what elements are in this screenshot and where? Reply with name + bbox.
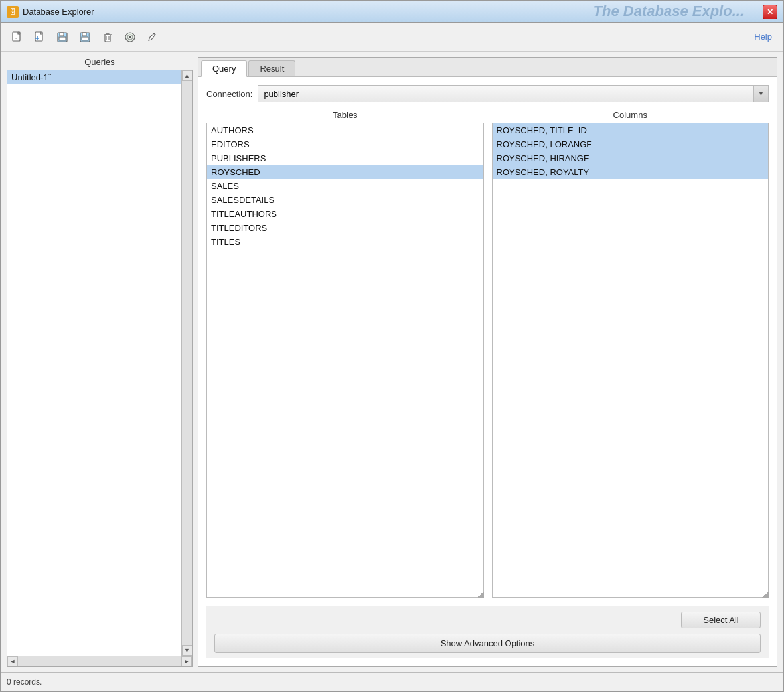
tables-columns-row: Tables AUTHORS EDITORS PUBLISHERS ROYSCH… [206,110,769,598]
delete-button[interactable] [97,27,118,48]
tables-header: Tables [206,110,484,120]
connection-value[interactable]: publisher [258,85,754,102]
show-advanced-options-button[interactable]: Show Advanced Options [214,634,761,653]
query-content: Connection: publisher ▼ Tables AUTHORS [198,77,777,666]
title-bar: 🗄 Database Explorer The Database Explo..… [1,1,783,23]
help-link[interactable]: Help [754,32,777,42]
scroll-track [182,81,192,645]
run-button[interactable] [119,27,141,48]
queries-panel: Queries Untitled-1˜ ▲ ▼ ◄ [7,57,193,667]
select-all-button[interactable]: Select All [681,612,761,628]
scroll-up-arrow[interactable]: ▲ [182,70,193,81]
window-title: Database Explorer [23,7,763,17]
main-content: Queries Untitled-1˜ ▲ ▼ ◄ [1,52,783,672]
table-item-titles[interactable]: TITLES [207,235,483,249]
connection-dropdown-arrow[interactable]: ▼ [754,85,769,102]
columns-resize-handle[interactable] [762,591,769,598]
connection-select-wrapper: publisher ▼ [258,85,769,102]
column-item-royalty[interactable]: ROYSCHED, ROYALTY [493,165,769,179]
right-panel: Query Result Connection: publisher ▼ [198,57,777,667]
tab-result[interactable]: Result [248,60,295,76]
table-item-publishers[interactable]: PUBLISHERS [207,151,483,165]
connection-label: Connection: [206,89,252,99]
table-item-roysched[interactable]: ROYSCHED [207,165,483,179]
table-item-sales[interactable]: SALES [207,179,483,193]
columns-column: Columns ROYSCHED, TITLE_ID ROYSCHED, LOR… [492,110,769,598]
scroll-down-arrow[interactable]: ▼ [182,645,193,656]
new-query-button[interactable]: * [7,27,28,48]
h-scroll-track [18,656,181,666]
query-item[interactable]: Untitled-1˜ [7,70,181,84]
tab-query[interactable]: Query [201,60,247,77]
svg-point-13 [129,36,131,38]
svg-rect-7 [82,33,86,36]
status-bar: 0 records. [1,672,783,691]
tables-resize-handle[interactable] [477,591,484,598]
svg-rect-10 [105,35,110,42]
column-item-hirange[interactable]: ROYSCHED, HIRANGE [493,151,769,165]
columns-list-wrapper: ROYSCHED, TITLE_ID ROYSCHED, LORANGE ROY… [492,123,769,598]
tables-column: Tables AUTHORS EDITORS PUBLISHERS ROYSCH… [206,110,484,598]
open-query-button[interactable] [29,27,50,48]
svg-text:+: + [87,33,90,37]
svg-rect-8 [82,37,88,40]
save-as-button[interactable]: + [74,27,96,48]
scroll-left-arrow[interactable]: ◄ [7,656,18,667]
column-item-lorange[interactable]: ROYSCHED, LORANGE [493,137,769,151]
select-all-row: Select All [214,612,761,628]
toolbar: * + [1,23,783,52]
status-text: 0 records. [7,677,42,687]
table-item-salesdetails[interactable]: SALESDETAILS [207,193,483,207]
svg-rect-4 [60,33,64,36]
columns-header: Columns [492,110,769,120]
main-window: 🗄 Database Explorer The Database Explo..… [0,0,784,692]
edit-button[interactable] [142,27,163,48]
connection-row: Connection: publisher ▼ [206,85,769,102]
queries-label: Queries [7,57,193,67]
table-item-editors[interactable]: EDITORS [207,137,483,151]
close-button[interactable]: ✕ [763,5,777,19]
tables-list-wrapper: AUTHORS EDITORS PUBLISHERS ROYSCHED SALE… [206,123,484,598]
tabs-bar: Query Result [198,58,777,77]
column-item-title-id[interactable]: ROYSCHED, TITLE_ID [493,123,769,137]
table-item-titleauthors[interactable]: TITLEAUTHORS [207,207,483,221]
scroll-right-arrow[interactable]: ► [181,656,192,667]
queries-scrollbar-v[interactable]: ▲ ▼ [181,70,192,656]
columns-list[interactable]: ROYSCHED, TITLE_ID ROYSCHED, LORANGE ROY… [492,123,769,598]
save-query-button[interactable] [52,27,73,48]
table-item-authors[interactable]: AUTHORS [207,123,483,137]
queries-list-wrapper: Untitled-1˜ ▲ ▼ ◄ ► [7,70,193,667]
tables-list[interactable]: AUTHORS EDITORS PUBLISHERS ROYSCHED SALE… [206,123,484,598]
svg-rect-5 [59,37,66,40]
app-icon: 🗄 [7,6,19,18]
table-item-titleditors[interactable]: TITLEDITORS [207,221,483,235]
bottom-area: Select All Show Advanced Options [206,606,769,658]
queries-list: Untitled-1˜ [7,70,181,656]
queries-scrollbar-h: ◄ ► [7,656,192,666]
